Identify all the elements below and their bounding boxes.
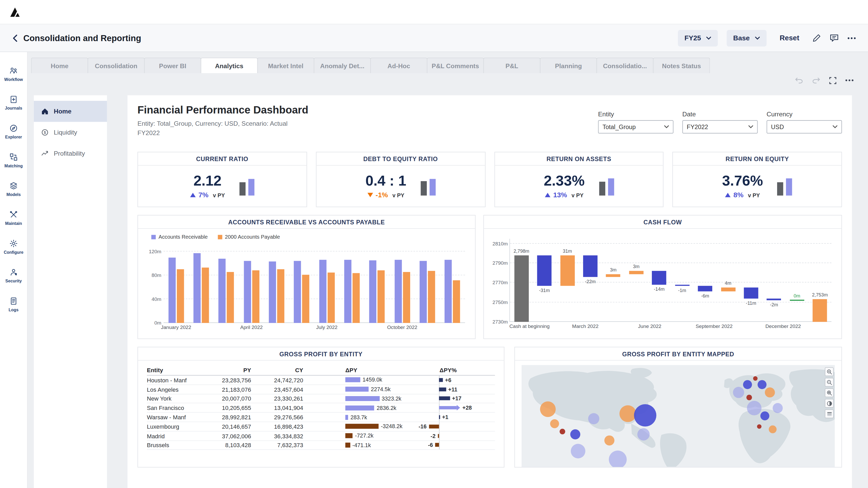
tab-analytics[interactable]: Analytics <box>200 58 257 73</box>
bar-accounts-receivable <box>244 261 251 323</box>
chevron-down-icon <box>706 36 711 39</box>
rail-item-models[interactable]: Models <box>0 175 27 204</box>
more-options-icon[interactable] <box>847 37 856 39</box>
rail-item-label: Models <box>6 192 21 197</box>
tab-consolidatio[interactable]: Consolidatio... <box>596 58 653 73</box>
tab-ad-hoc[interactable]: Ad-Hoc <box>370 58 427 73</box>
pagenav-item-liquidity[interactable]: $Liquidity <box>34 122 107 143</box>
bar-group-may-2022 <box>264 262 289 323</box>
map-control-zoom-out[interactable] <box>825 378 834 387</box>
rail-item-label: Explorer <box>5 135 22 139</box>
rail-item-security[interactable]: Security <box>0 262 27 290</box>
tab-consolidation[interactable]: Consolidation <box>88 58 145 73</box>
fy-selector[interactable]: FY25 <box>678 30 718 46</box>
date-select[interactable]: FY2022 <box>682 120 757 133</box>
tab-market-intel[interactable]: Market Intel <box>257 58 314 73</box>
tab-p-l-comments[interactable]: P&L Comments <box>427 58 484 73</box>
tab-power-bi[interactable]: Power BI <box>144 58 201 73</box>
pagenav-item-profitability[interactable]: Profitability <box>34 143 107 164</box>
map-body <box>515 361 841 468</box>
map-bubble-blue <box>757 380 767 389</box>
tab-notes-status[interactable]: Notes Status <box>653 58 710 73</box>
tab-p-l[interactable]: P&L <box>483 58 540 73</box>
tab-bar: HomeConsolidationPower BIAnalyticsMarket… <box>31 58 710 73</box>
wf-step-4m: 4m <box>717 239 740 322</box>
currency-select[interactable]: USD <box>767 120 842 133</box>
map-bubble-orange <box>620 405 636 422</box>
map-bubble-periwinkle <box>747 401 762 415</box>
redo-icon[interactable] <box>812 77 820 84</box>
bar-accounts-receivable <box>445 260 452 323</box>
dpy-pct-value: -2 <box>431 433 435 439</box>
undo-icon[interactable] <box>795 77 803 84</box>
kpi-vs-label: v PY <box>571 192 583 198</box>
security-icon <box>9 268 18 276</box>
tab-planning[interactable]: Planning <box>540 58 597 73</box>
bar-accounts-receivable <box>193 253 201 323</box>
rail-item-matching[interactable]: Matching <box>0 146 27 175</box>
rail-item-label: Security <box>5 279 22 284</box>
comments-icon[interactable] <box>830 34 839 42</box>
dpy-bar <box>345 415 348 420</box>
dashboard-titles: Financial Performance Dashboard Entity: … <box>137 104 308 143</box>
dpy-pct-bar <box>439 397 450 400</box>
chart-title: ACCOUNTS RECEIVABLE VS ACCOUNTS PAYABLE <box>138 216 475 229</box>
cell-py: 21,183,076 <box>212 386 259 393</box>
x-tick-label: September 2022 <box>695 324 733 329</box>
column-header-py: ΔPY <box>311 367 409 373</box>
edit-pencil-icon[interactable] <box>812 34 821 42</box>
rail-item-maintain[interactable]: Maintain <box>0 204 27 233</box>
table-row: Luxembourg20,146,65716,898,423-3248.2k-1… <box>147 422 495 431</box>
map-control-contrast[interactable] <box>825 399 834 408</box>
wf-step-2-753m: 2,753m <box>808 239 831 322</box>
map-control-zoom-in[interactable] <box>825 367 834 376</box>
filter-label: Entity <box>598 111 674 118</box>
legend-swatch <box>218 234 222 239</box>
rail-item-label: Journals <box>5 106 22 111</box>
bar-group-september-2022 <box>365 260 390 323</box>
chevron-down-icon <box>664 125 669 129</box>
base-selector[interactable]: Base <box>726 30 767 46</box>
bar-2000-accounts-payable <box>202 267 209 323</box>
kpi-mini-chart <box>777 177 792 195</box>
cell-py: 28,992,821 <box>212 414 259 421</box>
table-row: New York20,007,07023,330,2613323.2k+17 <box>147 394 495 404</box>
fullscreen-icon[interactable] <box>829 77 836 84</box>
filter-currency: CurrencyUSD <box>767 111 842 143</box>
y-tick-label: 2770m <box>486 280 507 286</box>
back-button[interactable] <box>12 34 18 42</box>
rail-item-workflow[interactable]: Workflow <box>0 60 27 89</box>
kpi-delta-value: 7% <box>198 191 208 199</box>
bar-2000-accounts-payable <box>177 269 184 323</box>
reset-button[interactable]: Reset <box>780 34 799 42</box>
rail-item-logs[interactable]: Logs <box>0 290 27 319</box>
waterfall-bar <box>560 255 575 286</box>
map-bubble-orange <box>604 435 615 446</box>
triangle-up-icon <box>545 193 550 197</box>
kpi-metric: 2.127%v PY <box>190 173 225 199</box>
bar-2000-accounts-payable <box>302 274 310 323</box>
waterfall-bar <box>789 300 804 301</box>
rail-item-label: Matching <box>4 163 23 168</box>
map-control-zoom-box[interactable] <box>825 388 834 397</box>
anaplan-logo-icon[interactable] <box>9 6 21 18</box>
more-icon[interactable] <box>845 79 854 82</box>
rail-item-journals[interactable]: Journals <box>0 89 27 118</box>
rail-item-configure[interactable]: Configure <box>0 233 27 262</box>
entity-select[interactable]: Total_Group <box>598 120 674 133</box>
waterfall-bars: 2,798m-31m31m-22m3m3m-14m-1m-6m4m-11m-2m… <box>510 239 831 322</box>
cell-entity: Madrid <box>147 432 212 439</box>
mini-bar-purple <box>248 179 254 195</box>
legend-swatch <box>151 234 156 239</box>
tab-home[interactable]: Home <box>31 58 88 73</box>
waterfall-bar <box>767 298 781 300</box>
left-rail: WorkflowJournalsExplorerMatchingModelsMa… <box>0 52 28 488</box>
tab-anomaly-det[interactable]: Anomaly Det... <box>314 58 371 73</box>
map-card-gross-profit: GROSS PROFIT BY ENTITY MAPPED <box>514 347 842 467</box>
pagenav-item-home[interactable]: Home <box>34 101 107 122</box>
rail-item-explorer[interactable]: Explorer <box>0 118 27 146</box>
dpy-value: -3248.2k <box>381 423 402 429</box>
map-control-layers[interactable] <box>825 410 834 418</box>
world-map <box>522 365 835 468</box>
x-tick-label: July 2022 <box>316 325 338 330</box>
